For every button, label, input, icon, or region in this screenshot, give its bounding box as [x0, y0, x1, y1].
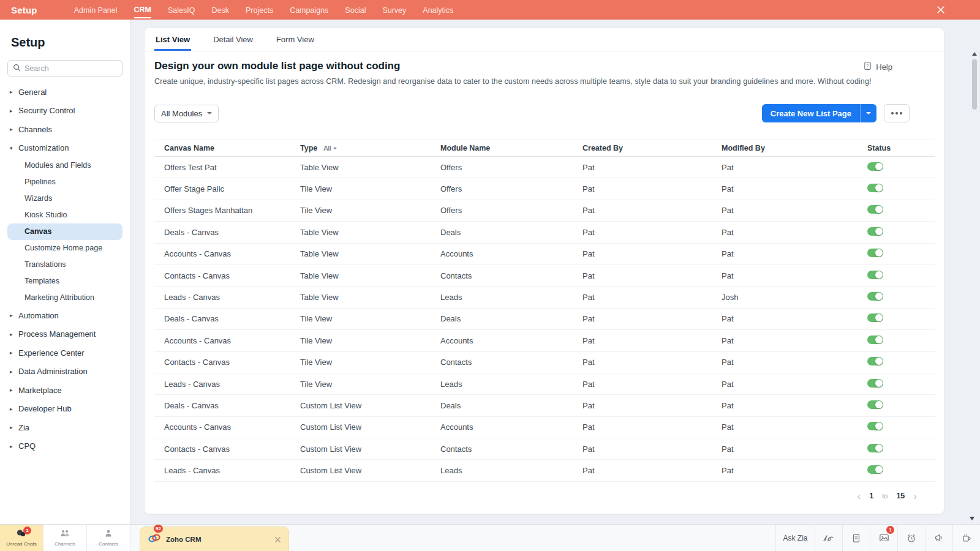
topbar-nav-desk[interactable]: Desk	[211, 2, 228, 18]
more-actions-button[interactable]	[884, 104, 910, 122]
topbar-nav-projects[interactable]: Projects	[246, 2, 273, 18]
table-row[interactable]: Accounts - CanvasCustom List ViewAccount…	[154, 417, 935, 438]
module-name-cell: Deals	[440, 228, 582, 237]
taskbar-contacts[interactable]: Contacts	[87, 525, 130, 551]
zoho-crm-window-tab[interactable]: 92 Zoho CRM	[140, 527, 289, 551]
chevron-right-icon: ▸	[10, 369, 18, 375]
chevron-down-icon	[333, 148, 337, 149]
type-filter-dropdown[interactable]: All	[323, 144, 337, 152]
mug-icon[interactable]	[952, 525, 980, 551]
sidebar-item-customization[interactable]: ▾Customization	[0, 139, 130, 158]
sidebar-item-channels[interactable]: ▸Channels	[0, 120, 130, 139]
create-new-list-page-button[interactable]: Create New List Page	[762, 104, 876, 122]
sidebar-item-developer-hub[interactable]: ▸Developer Hub	[0, 400, 130, 419]
sidebar-subitem-wizards[interactable]: Wizards	[0, 190, 123, 207]
sidebar-search[interactable]	[7, 60, 123, 77]
table-row[interactable]: Accounts - CanvasTile ViewAccountsPatPat	[154, 330, 935, 351]
table-row[interactable]: Offers Stages ManhattanTile ViewOffersPa…	[154, 200, 935, 222]
status-toggle[interactable]	[867, 271, 883, 279]
chevron-right-icon[interactable]: ›	[913, 491, 917, 501]
status-toggle[interactable]	[867, 422, 883, 430]
table-row[interactable]: Contacts - CanvasCustom List ViewContact…	[154, 438, 935, 460]
topbar-nav-analytics[interactable]: Analytics	[423, 2, 453, 18]
table-row[interactable]: Contacts - CanvasTile ViewContactsPatPat	[154, 352, 935, 373]
zia-icon[interactable]	[815, 525, 842, 551]
topbar-nav-campaigns[interactable]: Campaigns	[290, 2, 328, 18]
sidebar-item-automation[interactable]: ▸Automation	[0, 306, 130, 325]
sidebar-item-marketplace[interactable]: ▸Marketplace	[0, 381, 130, 400]
tab-form-view[interactable]: Form View	[275, 35, 315, 51]
sidebar-subitem-modules-and-fields[interactable]: Modules and Fields	[0, 157, 123, 174]
status-toggle[interactable]	[867, 184, 883, 192]
scrollbar-thumb[interactable]	[972, 59, 977, 110]
table-row[interactable]: Deals - CanvasCustom List ViewDealsPatPa…	[154, 395, 935, 416]
table-row[interactable]: Offer Stage PalicTile ViewOffersPatPat	[154, 178, 935, 200]
table-row[interactable]: Offers Test PatTable ViewOffersPatPat	[154, 157, 935, 178]
status-toggle[interactable]	[867, 205, 883, 214]
sidebar-subitem-pipelines[interactable]: Pipelines	[0, 174, 123, 190]
canvas-name-cell: Contacts - Canvas	[164, 271, 300, 280]
taskbar-unread-chats[interactable]: 1 Unread Chats	[0, 525, 43, 551]
table-row[interactable]: Accounts - CanvasTable ViewAccountsPatPa…	[154, 244, 935, 265]
sidebar-item-process-management[interactable]: ▸Process Management	[0, 325, 130, 344]
module-filter-dropdown[interactable]: All Modules	[154, 105, 219, 122]
vertical-scrollbar[interactable]	[971, 52, 978, 533]
status-toggle[interactable]	[867, 379, 883, 388]
notes-icon[interactable]	[842, 525, 870, 551]
table-row[interactable]: Contacts - CanvasTable ViewContactsPatPa…	[154, 265, 935, 287]
scroll-down-icon[interactable]	[970, 517, 974, 520]
table-row[interactable]: Leads - CanvasTable ViewLeadsPatJosh	[154, 287, 935, 308]
table-row[interactable]: Leads - CanvasCustom List ViewLeadsPatPa…	[154, 460, 935, 481]
created-by-cell: Pat	[582, 336, 722, 345]
status-toggle[interactable]	[867, 357, 883, 365]
status-toggle[interactable]	[867, 227, 883, 236]
sidebar-item-data-administration[interactable]: ▸Data Administration	[0, 362, 130, 381]
sidebar-subitem-kiosk-studio[interactable]: Kiosk Studio	[0, 207, 123, 223]
topbar-nav-social[interactable]: Social	[345, 2, 366, 18]
status-toggle[interactable]	[867, 444, 883, 452]
sidebar-subitem-translations[interactable]: Translations	[0, 257, 123, 273]
topbar-nav-salesiq[interactable]: SalesIQ	[168, 2, 195, 18]
create-button-dropdown[interactable]	[860, 104, 876, 122]
sidebar-subitem-marketing-attribution[interactable]: Marketing Attribution	[0, 290, 123, 306]
topbar-nav-crm[interactable]: CRM	[134, 1, 151, 18]
table-row[interactable]: Deals - CanvasTile ViewDealsPatPat	[154, 309, 935, 330]
topbar-nav-survey[interactable]: Survey	[382, 2, 406, 18]
alarm-icon[interactable]	[897, 525, 925, 551]
sidebar-item-label: Process Management	[18, 329, 96, 339]
status-toggle[interactable]	[867, 249, 883, 257]
scroll-up-icon[interactable]	[972, 52, 977, 56]
close-icon[interactable]	[936, 5, 946, 15]
sidebar-item-cpq[interactable]: ▸CPQ	[0, 437, 130, 456]
status-toggle[interactable]	[867, 465, 883, 474]
tab-list-view[interactable]: List View	[154, 35, 191, 51]
table-row[interactable]: Leads - CanvasTile ViewLeadsPatPat	[154, 373, 935, 395]
status-toggle[interactable]	[867, 400, 883, 409]
status-cell	[867, 444, 935, 454]
table-row[interactable]: Deals - CanvasTable ViewDealsPatPat	[154, 222, 935, 243]
search-input[interactable]	[24, 64, 110, 73]
ask-zia-button[interactable]: Ask Zia	[775, 525, 815, 551]
media-icon[interactable]: 1	[870, 525, 897, 551]
chevron-left-icon[interactable]: ‹	[858, 491, 861, 501]
status-toggle[interactable]	[867, 313, 883, 322]
sidebar-subitem-customize-home-page[interactable]: Customize Home page	[0, 240, 123, 257]
status-toggle[interactable]	[867, 335, 883, 344]
topbar-nav-admin-panel[interactable]: Admin Panel	[74, 2, 118, 18]
sidebar-subitem-templates[interactable]: Templates	[0, 273, 123, 290]
sidebar-item-security-control[interactable]: ▸Security Control	[0, 102, 130, 121]
help-link[interactable]: ? Help	[863, 61, 892, 72]
pagination: ‹ 1 to 15 ›	[154, 491, 917, 501]
sidebar-item-general[interactable]: ▸General	[0, 83, 130, 102]
announcement-icon[interactable]	[925, 525, 952, 551]
type-cell: Custom List View	[300, 422, 440, 432]
sidebar-subitem-canvas[interactable]: Canvas	[7, 223, 123, 240]
tab-detail-view[interactable]: Detail View	[212, 35, 254, 51]
status-toggle[interactable]	[867, 162, 883, 171]
sidebar-item-zia[interactable]: ▸Zia	[0, 418, 130, 437]
status-toggle[interactable]	[867, 292, 883, 301]
close-icon[interactable]	[274, 535, 282, 544]
taskbar-channels[interactable]: Channels	[43, 525, 87, 551]
sidebar-item-experience-center[interactable]: ▸Experience Center	[0, 343, 130, 362]
created-by-cell: Pat	[582, 358, 722, 367]
